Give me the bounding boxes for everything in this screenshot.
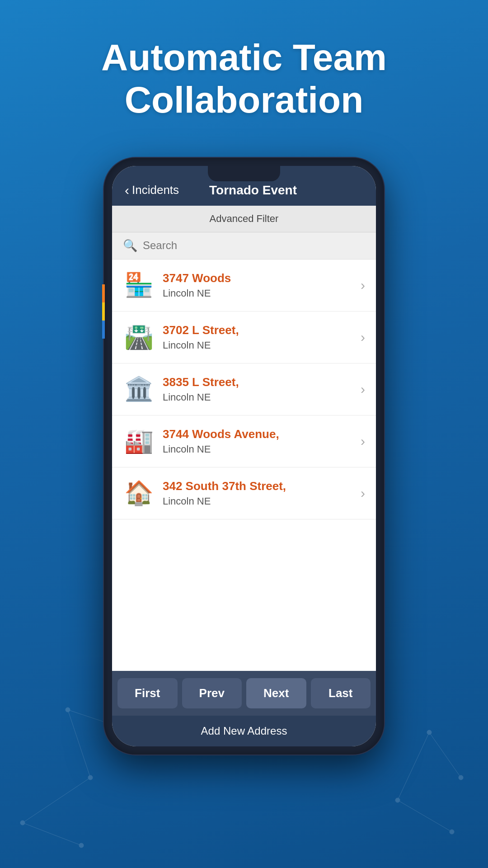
svg-point-14 [395, 798, 400, 802]
address-item[interactable]: 🏛️ 3835 L Street, Lincoln NE › [112, 363, 376, 415]
address-icon-factory: 🏭 [123, 425, 155, 457]
address-city: Lincoln NE [163, 495, 356, 507]
svg-point-16 [459, 775, 463, 780]
address-city: Lincoln NE [163, 443, 356, 455]
factory-icon: 🏭 [124, 427, 154, 455]
search-bar: 🔍 [112, 232, 376, 259]
address-street: 342 South 37th Street, [163, 479, 356, 494]
phone-screen: ‹ Incidents Tornado Event Advanced Filte… [112, 166, 376, 746]
svg-line-5 [398, 732, 429, 800]
first-button[interactable]: First [117, 678, 178, 708]
next-button[interactable]: Next [246, 678, 306, 708]
search-icon: 🔍 [123, 239, 137, 253]
address-street: 3835 L Street, [163, 375, 356, 390]
add-address-bar[interactable]: Add New Address [112, 716, 376, 746]
hero-title: Automatic Team Collaboration [0, 0, 488, 149]
address-chevron-icon: › [361, 330, 365, 345]
road-icon: 🛣️ [124, 323, 154, 351]
tower-icon: 🏛️ [124, 375, 154, 403]
address-chevron-icon: › [361, 382, 365, 397]
house-icon: 🏠 [124, 479, 154, 507]
address-info: 3747 Woods Lincoln NE [163, 271, 356, 300]
address-item[interactable]: 🛣️ 3702 L Street, Lincoln NE › [112, 311, 376, 363]
svg-point-13 [79, 843, 84, 848]
svg-line-0 [23, 778, 90, 823]
address-list: 🏪 3747 Woods Lincoln NE › 🛣️ 3702 L Stre… [112, 259, 376, 671]
address-item[interactable]: 🏪 3747 Woods Lincoln NE › [112, 259, 376, 311]
phone-frame: ‹ Incidents Tornado Event Advanced Filte… [104, 158, 384, 755]
address-street: 3744 Woods Avenue, [163, 427, 356, 442]
address-city: Lincoln NE [163, 340, 356, 351]
address-chevron-icon: › [361, 278, 365, 293]
search-input[interactable] [143, 239, 365, 252]
address-info: 3702 L Street, Lincoln NE [163, 323, 356, 352]
address-info: 342 South 37th Street, Lincoln NE [163, 479, 356, 508]
last-button[interactable]: Last [311, 678, 371, 708]
address-info: 3744 Woods Avenue, Lincoln NE [163, 427, 356, 456]
svg-line-1 [68, 710, 90, 778]
address-icon-house: 🏠 [123, 477, 155, 509]
address-icon-tower: 🏛️ [123, 373, 155, 405]
svg-point-15 [427, 730, 432, 735]
address-item[interactable]: 🏠 342 South 37th Street, Lincoln NE › [112, 467, 376, 519]
address-chevron-icon: › [361, 434, 365, 449]
svg-point-8 [20, 821, 25, 825]
address-city: Lincoln NE [163, 392, 356, 403]
filter-bar[interactable]: Advanced Filter [112, 206, 376, 232]
pagination-bar: First Prev Next Last [112, 671, 376, 716]
address-chevron-icon: › [361, 486, 365, 501]
address-street: 3702 L Street, [163, 323, 356, 338]
filter-label: Advanced Filter [210, 213, 279, 224]
add-address-label: Add New Address [201, 725, 287, 737]
address-icon-road: 🛣️ [123, 321, 155, 353]
address-icon-store: 🏪 [123, 269, 155, 301]
store-icon: 🏪 [124, 271, 154, 299]
back-label: Incidents [132, 183, 179, 197]
svg-line-6 [429, 732, 461, 778]
svg-line-4 [23, 823, 81, 845]
phone-notch [208, 166, 280, 181]
prev-button[interactable]: Prev [182, 678, 242, 708]
back-button[interactable]: ‹ Incidents [125, 183, 179, 197]
address-city: Lincoln NE [163, 288, 356, 299]
svg-point-17 [450, 830, 454, 834]
back-chevron-icon: ‹ [125, 184, 129, 197]
nav-title: Tornado Event [179, 183, 327, 198]
svg-point-9 [88, 775, 93, 780]
side-bars [102, 284, 105, 339]
address-item[interactable]: 🏭 3744 Woods Avenue, Lincoln NE › [112, 415, 376, 467]
address-street: 3747 Woods [163, 271, 356, 286]
svg-line-7 [398, 800, 452, 832]
address-info: 3835 L Street, Lincoln NE [163, 375, 356, 404]
svg-point-10 [66, 708, 70, 712]
